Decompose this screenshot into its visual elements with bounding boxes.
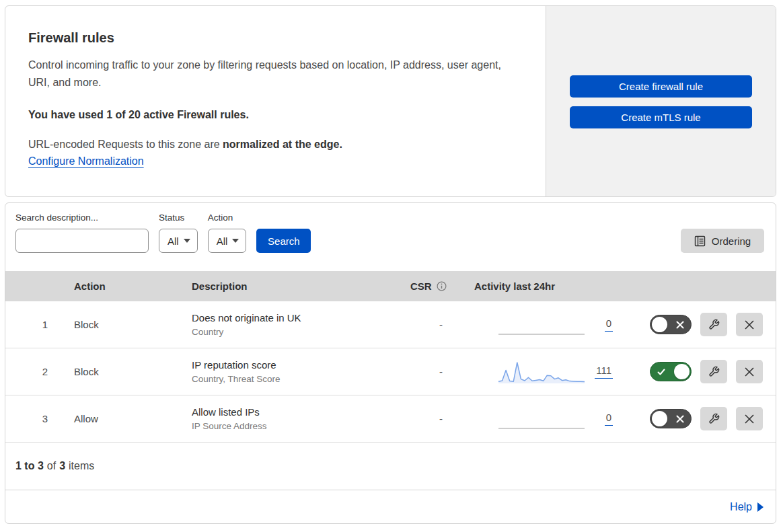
rule-enabled-toggle[interactable] bbox=[650, 362, 692, 381]
rule-activity-cell: 0 bbox=[463, 406, 631, 432]
rule-description-cell: Allow listed IPs IP Source Address bbox=[184, 406, 402, 431]
normalization-note: URL-encoded Requests to this zone are no… bbox=[28, 139, 519, 151]
normalization-note-text: URL-encoded Requests to this zone are bbox=[28, 139, 223, 150]
wrench-icon bbox=[708, 413, 720, 424]
table-header-row: Action Description CSR Activity last 24h… bbox=[5, 271, 776, 301]
status-dropdown-value: All bbox=[168, 235, 179, 247]
csr-column-header: CSR bbox=[402, 280, 463, 292]
rule-enabled-toggle[interactable] bbox=[650, 409, 692, 428]
edit-rule-button[interactable] bbox=[700, 313, 727, 336]
rule-description-cell: IP reputation score Country, Threat Scor… bbox=[184, 359, 402, 384]
table-row: 2 Block IP reputation score Country, Thr… bbox=[5, 348, 776, 395]
close-icon bbox=[744, 414, 755, 424]
pagination-status: 1 to 3 of 3 items bbox=[5, 443, 776, 490]
create-firewall-rule-button[interactable]: Create firewall rule bbox=[570, 75, 752, 98]
wrench-icon bbox=[708, 319, 720, 330]
firewall-overview-text: Firewall rules Control incoming traffic … bbox=[5, 6, 546, 196]
delete-rule-button[interactable] bbox=[736, 407, 763, 430]
rule-fields: Country, Threat Score bbox=[192, 374, 402, 384]
toggle-knob bbox=[674, 364, 690, 379]
ordering-button-label: Ordering bbox=[712, 235, 751, 247]
create-rule-panel: Create firewall rule Create mTLS rule bbox=[546, 6, 776, 196]
action-filter-group: Action All bbox=[208, 213, 247, 253]
rule-priority: 3 bbox=[5, 413, 66, 424]
action-dropdown[interactable]: All bbox=[208, 229, 247, 253]
activity-sparkline bbox=[498, 406, 585, 432]
search-input[interactable] bbox=[30, 235, 151, 246]
action-dropdown-value: All bbox=[217, 235, 228, 247]
pagination-of: of bbox=[47, 460, 56, 472]
status-label: Status bbox=[159, 213, 198, 223]
help-link[interactable]: Help bbox=[730, 501, 764, 513]
activity-column-header: Activity last 24hr bbox=[463, 280, 631, 292]
create-mtls-rule-button[interactable]: Create mTLS rule bbox=[570, 106, 752, 128]
table-row: 3 Allow Allow listed IPs IP Source Addre… bbox=[5, 395, 776, 443]
delete-rule-button[interactable] bbox=[736, 360, 763, 383]
rule-csr: - bbox=[402, 413, 463, 424]
rule-controls bbox=[631, 407, 776, 430]
rule-csr: - bbox=[402, 366, 463, 377]
filter-bar: Search description... Status All Action bbox=[5, 203, 776, 271]
csr-column-label: CSR bbox=[410, 280, 432, 292]
rule-activity-cell: 0 bbox=[463, 311, 631, 338]
edit-rule-button[interactable] bbox=[700, 360, 727, 383]
toggle-state-icon bbox=[675, 320, 685, 330]
help-link-label: Help bbox=[730, 501, 752, 513]
rule-description: IP reputation score bbox=[192, 359, 402, 371]
ordering-button[interactable]: Ordering bbox=[681, 229, 764, 253]
activity-sparkline bbox=[498, 311, 585, 338]
firewall-overview-card: Firewall rules Control incoming traffic … bbox=[5, 5, 776, 197]
status-dropdown[interactable]: All bbox=[159, 229, 198, 253]
rule-activity-cell: 111 bbox=[463, 358, 631, 385]
close-icon bbox=[744, 319, 755, 330]
rule-priority: 1 bbox=[5, 319, 66, 330]
rule-action: Block bbox=[66, 319, 184, 330]
action-label: Action bbox=[208, 213, 247, 223]
configure-normalization-link[interactable]: Configure Normalization bbox=[28, 155, 144, 167]
usage-summary: You have used 1 of 20 active Firewall ru… bbox=[28, 109, 519, 121]
pagination-items: items bbox=[69, 460, 94, 472]
table-row: 1 Block Does not originate in UK Country… bbox=[5, 301, 776, 348]
wrench-icon bbox=[708, 366, 720, 377]
firewall-rules-list-card: Search description... Status All Action bbox=[5, 202, 776, 524]
normalization-note-bold: normalized at the edge. bbox=[223, 139, 342, 150]
rule-priority: 2 bbox=[5, 366, 66, 377]
rule-description: Allow listed IPs bbox=[192, 406, 402, 418]
info-icon[interactable] bbox=[437, 281, 447, 291]
search-button[interactable]: Search bbox=[256, 229, 311, 253]
page-description: Control incoming traffic to your zone by… bbox=[28, 56, 519, 91]
description-column-header: Description bbox=[184, 280, 402, 292]
activity-sparkline bbox=[498, 358, 585, 385]
rule-controls bbox=[631, 313, 776, 336]
delete-rule-button[interactable] bbox=[736, 313, 763, 336]
close-icon bbox=[744, 367, 755, 377]
rule-description: Does not originate in UK bbox=[192, 312, 402, 324]
ordering-list-icon bbox=[694, 235, 706, 247]
search-label: Search description... bbox=[15, 213, 149, 223]
toggle-knob bbox=[652, 411, 667, 426]
rule-action: Allow bbox=[66, 413, 184, 424]
edit-rule-button[interactable] bbox=[700, 407, 727, 430]
page-title: Firewall rules bbox=[28, 30, 519, 46]
rule-fields: IP Source Address bbox=[192, 421, 402, 431]
action-column-header: Action bbox=[66, 280, 184, 292]
rule-enabled-toggle[interactable] bbox=[650, 315, 692, 334]
activity-count-link[interactable]: 0 bbox=[605, 412, 613, 426]
activity-count-link[interactable]: 111 bbox=[595, 365, 613, 379]
toggle-state-icon bbox=[657, 367, 666, 377]
rule-controls bbox=[631, 360, 776, 383]
rule-csr: - bbox=[402, 319, 463, 330]
status-filter-group: Status All bbox=[159, 213, 198, 253]
page: Firewall rules Control incoming traffic … bbox=[0, 0, 781, 529]
arrow-right-icon bbox=[757, 502, 764, 512]
search-group: Search description... bbox=[15, 213, 149, 253]
activity-count-link[interactable]: 0 bbox=[605, 317, 613, 332]
help-bar: Help bbox=[5, 490, 776, 523]
rule-description-cell: Does not originate in UK Country bbox=[184, 312, 402, 337]
toggle-state-icon bbox=[675, 414, 685, 424]
rule-fields: Country bbox=[192, 327, 402, 337]
chevron-down-icon bbox=[232, 239, 239, 243]
search-input-wrapper[interactable] bbox=[15, 229, 149, 253]
rule-action: Block bbox=[66, 366, 184, 377]
pagination-total: 3 bbox=[59, 460, 65, 472]
